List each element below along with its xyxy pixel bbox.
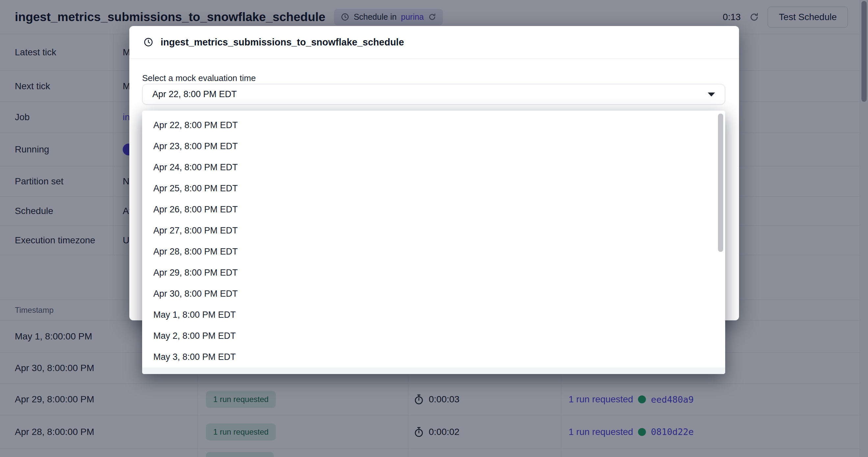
- dropdown-option-partial[interactable]: [142, 367, 725, 374]
- dropdown-option[interactable]: Apr 25, 8:00 PM EDT: [142, 178, 725, 199]
- dropdown-option[interactable]: May 1, 8:00 PM EDT: [142, 304, 725, 325]
- dropdown-option[interactable]: May 3, 8:00 PM EDT: [142, 346, 725, 367]
- dropdown-option[interactable]: Apr 22, 8:00 PM EDT: [142, 115, 725, 136]
- mock-time-select[interactable]: Apr 22, 8:00 PM EDT: [142, 84, 725, 105]
- select-value: Apr 22, 8:00 PM EDT: [152, 89, 237, 99]
- dropdown-option[interactable]: Apr 24, 8:00 PM EDT: [142, 157, 725, 178]
- dropdown-option[interactable]: May 2, 8:00 PM EDT: [142, 325, 725, 346]
- dialog-title: ingest_metrics_submissions_to_snowflake_…: [161, 37, 404, 48]
- mock-time-label: Select a mock evaluation time: [142, 73, 256, 83]
- dropdown-option[interactable]: Apr 23, 8:00 PM EDT: [142, 136, 725, 157]
- clock-icon: [143, 37, 154, 48]
- dropdown-scrollbar-thumb[interactable]: [718, 114, 723, 252]
- mock-time-dropdown: Apr 22, 8:00 PM EDT Apr 23, 8:00 PM EDT …: [142, 111, 725, 374]
- caret-down-icon: [708, 92, 715, 96]
- dialog-header: ingest_metrics_submissions_to_snowflake_…: [129, 26, 739, 59]
- dropdown-option[interactable]: Apr 30, 8:00 PM EDT: [142, 283, 725, 304]
- dropdown-option[interactable]: Apr 27, 8:00 PM EDT: [142, 220, 725, 241]
- dropdown-option[interactable]: Apr 28, 8:00 PM EDT: [142, 241, 725, 262]
- dropdown-option[interactable]: Apr 29, 8:00 PM EDT: [142, 262, 725, 283]
- dropdown-option[interactable]: Apr 26, 8:00 PM EDT: [142, 199, 725, 220]
